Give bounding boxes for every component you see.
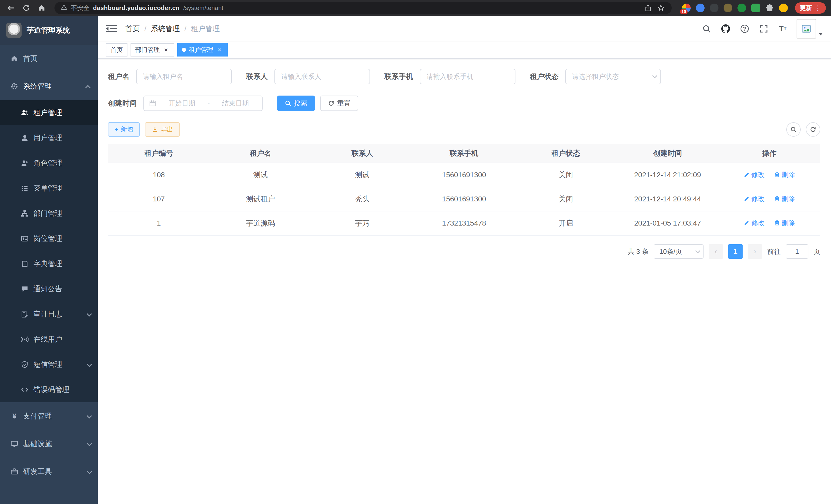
column-header: 租户编号 — [108, 144, 210, 163]
extension-icon[interactable] — [696, 4, 705, 12]
star-icon[interactable] — [656, 3, 665, 12]
extension-icon[interactable] — [710, 4, 718, 12]
extension-icon[interactable] — [738, 4, 746, 12]
reload-icon[interactable] — [21, 2, 32, 13]
sidebar-item-home[interactable]: 首页 — [0, 45, 98, 72]
user-icon — [21, 134, 29, 142]
app-logo[interactable]: 芋道管理系统 — [0, 16, 98, 45]
extension-badge: 10 — [680, 9, 688, 14]
export-button[interactable]: 导出 — [145, 122, 180, 137]
browser-extensions: 10 — [682, 4, 788, 12]
close-icon[interactable]: × — [216, 46, 223, 53]
plus-icon: + — [115, 126, 118, 133]
cell-created: 2021-12-14 20:49:44 — [617, 187, 718, 211]
delete-link[interactable]: 删除 — [774, 218, 795, 228]
id-card-icon — [21, 235, 29, 243]
sidebar-item-error-code-management[interactable]: 错误码管理 — [0, 377, 98, 402]
question-icon[interactable]: ? — [740, 24, 750, 34]
page-number-button[interactable]: 1 — [728, 244, 743, 259]
sidebar-item-label: 短信管理 — [33, 360, 62, 369]
yen-icon: ¥ — [10, 412, 19, 420]
table-row: 1 芋道源码 芋艿 17321315478 开启 2021-01-05 17:0… — [108, 211, 820, 235]
extension-icon[interactable] — [751, 4, 760, 12]
browser-update-button[interactable]: 更新 ⋮ — [795, 2, 826, 13]
cell-actions: 修改 删除 — [718, 211, 820, 235]
puzzle-icon[interactable] — [765, 4, 774, 12]
search-button[interactable]: 搜索 — [277, 95, 315, 111]
field-label: 租户状态 — [530, 72, 558, 82]
extension-icon[interactable] — [779, 4, 788, 12]
add-button[interactable]: + 新增 — [108, 122, 140, 137]
sidebar-item-label: 支付管理 — [23, 411, 52, 421]
sidebar-item-sms-management[interactable]: 短信管理 — [0, 352, 98, 377]
sidebar-item-tenant-management[interactable]: 租户管理 — [0, 100, 98, 125]
next-page-button[interactable]: › — [748, 244, 762, 259]
close-icon[interactable]: × — [163, 46, 170, 53]
kebab-menu-icon[interactable]: ⋮ — [814, 4, 821, 12]
cell-phone: 17321315478 — [413, 211, 515, 235]
date-start-placeholder[interactable]: 开始日期 — [160, 99, 203, 108]
search-icon[interactable] — [701, 24, 712, 34]
sidebar-item-online-users[interactable]: 在线用户 — [0, 327, 98, 352]
tab-dept-management[interactable]: 部门管理 × — [131, 43, 174, 57]
edit-link[interactable]: 修改 — [744, 170, 765, 179]
breadcrumb-home[interactable]: 首页 — [125, 24, 140, 34]
delete-link[interactable]: 删除 — [774, 170, 795, 179]
status-select[interactable]: 请选择租户状态 — [565, 69, 661, 84]
sidebar-item-infrastructure[interactable]: 基础设施 — [0, 430, 98, 458]
toggle-search-icon[interactable] — [786, 122, 801, 137]
field-label: 联系人 — [246, 72, 268, 82]
sidebar-item-label: 系统管理 — [23, 82, 52, 91]
user-avatar-menu[interactable] — [797, 19, 823, 38]
sidebar-item-notice[interactable]: 通知公告 — [0, 276, 98, 302]
audit-doc-icon — [21, 310, 29, 318]
edit-link[interactable]: 修改 — [744, 195, 765, 203]
cell-status: 关闭 — [515, 163, 617, 187]
active-tab-dot — [182, 48, 186, 52]
prev-page-button[interactable]: ‹ — [709, 244, 723, 259]
sidebar-item-audit-log[interactable]: 审计日志 — [0, 302, 98, 327]
sidebar-item-menu-management[interactable]: 菜单管理 — [0, 176, 98, 201]
address-bar[interactable]: 不安全 dashboard.yudao.iocoder.cn/system/te… — [55, 2, 672, 14]
share-icon[interactable] — [643, 3, 653, 12]
sidebar-item-dept-management[interactable]: 部门管理 — [0, 201, 98, 226]
goto-page-input[interactable] — [786, 244, 808, 259]
date-end-placeholder[interactable]: 结束日期 — [214, 99, 257, 108]
sidebar-toggle-icon[interactable] — [106, 23, 117, 34]
reset-button[interactable]: 重置 — [320, 95, 358, 111]
sidebar-item-post-management[interactable]: 岗位管理 — [0, 226, 98, 251]
extension-icon[interactable]: 10 — [682, 4, 691, 12]
warning-icon[interactable] — [61, 4, 67, 12]
refresh-icon[interactable] — [806, 122, 820, 137]
tenant-name-input[interactable] — [136, 69, 232, 84]
sidebar-item-dev-tools[interactable]: 研发工具 — [0, 458, 98, 485]
font-size-icon[interactable]: TT — [778, 24, 788, 34]
home-nav-icon[interactable] — [36, 2, 47, 13]
cell-actions: 修改 删除 — [718, 163, 820, 187]
security-label[interactable]: 不安全 — [71, 4, 89, 12]
sidebar-item-user-management[interactable]: 用户管理 — [0, 125, 98, 151]
page-size-select[interactable]: 10条/页 — [654, 244, 704, 259]
table-row: 108 测试 测试 15601691300 关闭 2021-12-14 21:0… — [108, 163, 820, 187]
chevron-down-icon — [87, 412, 90, 420]
phone-input[interactable] — [420, 69, 515, 84]
sidebar-item-role-management[interactable]: 角色管理 — [0, 151, 98, 176]
delete-link[interactable]: 删除 — [774, 195, 795, 203]
fullscreen-icon[interactable] — [758, 24, 769, 34]
logo-image — [6, 23, 22, 38]
edit-link[interactable]: 修改 — [744, 218, 765, 228]
back-icon[interactable] — [5, 2, 17, 13]
date-range-picker[interactable]: 开始日期 - 结束日期 — [143, 95, 263, 111]
contact-input[interactable] — [275, 69, 370, 84]
breadcrumb-separator: / — [184, 25, 187, 33]
sidebar-item-system-management[interactable]: 系统管理 — [0, 72, 98, 100]
cell-contact: 测试 — [311, 163, 413, 187]
github-icon[interactable] — [720, 24, 731, 34]
sidebar-item-dict-management[interactable]: 字典管理 — [0, 251, 98, 276]
column-header: 操作 — [718, 144, 820, 163]
page-content: 租户名 联系人 联系手机 租户状态 请选择租户状态 — [98, 59, 831, 504]
sidebar-item-payment-management[interactable]: ¥ 支付管理 — [0, 402, 98, 430]
tab-tenant-management[interactable]: 租户管理 × — [177, 43, 228, 57]
extension-icon[interactable] — [724, 4, 732, 12]
tab-home[interactable]: 首页 — [106, 43, 127, 57]
